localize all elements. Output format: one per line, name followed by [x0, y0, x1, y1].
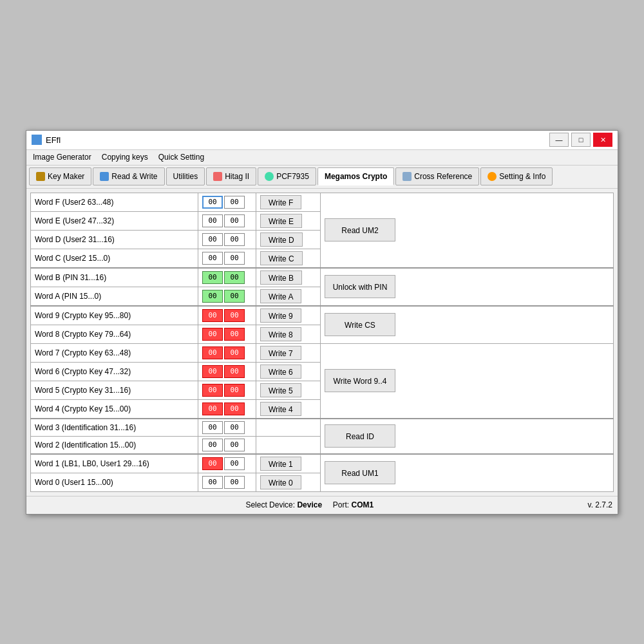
tab-read-write[interactable]: Read & Write	[93, 167, 164, 185]
word-f-label: Word F (User2 63...48)	[31, 193, 198, 211]
word-a-input1[interactable]	[202, 290, 223, 303]
word-f-input1[interactable]	[202, 196, 223, 209]
menu-image-generator[interactable]: Image Generator	[29, 151, 95, 163]
word-8-label: Word 8 (Crypto Key 79...64)	[31, 325, 198, 343]
write-d-button[interactable]: Write D	[260, 232, 303, 247]
write-9-button[interactable]: Write 9	[260, 308, 301, 323]
word-c-input2[interactable]	[224, 252, 245, 265]
word-c-input1[interactable]	[202, 252, 223, 265]
tab-utilities[interactable]: Utilities	[166, 167, 205, 185]
app-icon	[32, 135, 42, 145]
word-5-input1[interactable]	[202, 384, 223, 397]
word-7-input1[interactable]	[202, 346, 223, 359]
word-8-input2[interactable]	[224, 328, 245, 341]
write-f-button[interactable]: Write F	[260, 195, 301, 209]
word-9-input1[interactable]	[202, 309, 223, 322]
write-4-button[interactable]: Write 4	[260, 402, 301, 416]
word-3-input1[interactable]	[202, 421, 223, 434]
read-um2-button[interactable]: Read UM2	[325, 218, 395, 242]
close-button[interactable]: ✕	[593, 133, 612, 147]
word-4-label: Word 4 (Crypto Key 15...00)	[31, 399, 198, 419]
word-1-input1[interactable]	[202, 457, 223, 470]
pcf-icon	[265, 172, 274, 181]
word-a-label: Word A (PIN 15...0)	[31, 287, 198, 306]
write-cs-button[interactable]: Write CS	[325, 313, 395, 336]
word-3-input2[interactable]	[224, 421, 245, 434]
menu-bar: Image Generator Copying keys Quick Setti…	[26, 150, 618, 166]
tab-cross-reference[interactable]: Cross Reference	[395, 167, 479, 185]
word-f-inputs	[198, 193, 256, 211]
word-e-input1[interactable]	[202, 214, 223, 227]
tab-setting-info[interactable]: Setting & Info	[480, 167, 553, 185]
word-e-input2[interactable]	[224, 214, 245, 227]
word-6-input1[interactable]	[202, 365, 223, 378]
word-4-input1[interactable]	[202, 402, 223, 415]
table-row: Word B (PIN 31...16) Write B Unlock with…	[31, 268, 614, 287]
main-content: Word F (User2 63...48) Write F Read UM2	[26, 189, 618, 496]
menu-quick-setting[interactable]: Quick Setting	[155, 151, 208, 163]
version-label: v. 2.7.2	[588, 500, 612, 509]
readwrite-icon	[100, 172, 109, 181]
cross-icon	[402, 172, 412, 181]
read-id-button[interactable]: Read ID	[325, 424, 395, 448]
word-5-input2[interactable]	[224, 384, 245, 397]
word-e-label: Word E (User2 47...32)	[31, 211, 198, 230]
word-7-input2[interactable]	[224, 346, 245, 359]
hitag-icon	[213, 172, 222, 181]
write-7-button[interactable]: Write 7	[260, 346, 301, 360]
word-0-input2[interactable]	[224, 476, 245, 489]
word-0-label: Word 0 (User1 15...00)	[31, 473, 198, 491]
minimize-button[interactable]: —	[549, 133, 569, 147]
word-b-input1[interactable]	[202, 271, 223, 284]
word-b-label: Word B (PIN 31...16)	[31, 268, 198, 287]
word-5-label: Word 5 (Crypto Key 31...16)	[31, 381, 198, 399]
word-f-pair	[202, 196, 252, 209]
tab-key-maker[interactable]: Key Maker	[29, 167, 91, 185]
word-9-input2[interactable]	[224, 309, 245, 322]
write-a-button[interactable]: Write A	[260, 289, 301, 303]
write-0-button[interactable]: Write 0	[260, 475, 301, 489]
read-um2-cell: Read UM2	[321, 193, 614, 268]
word-4-input2[interactable]	[224, 402, 245, 415]
word-d-input1[interactable]	[202, 233, 223, 246]
unlock-pin-cell: Unlock with PIN	[321, 268, 614, 306]
toolbar: Key Maker Read & Write Utilities Hitag I…	[26, 166, 618, 189]
word-1-input2[interactable]	[224, 457, 245, 470]
word-f-write-cell: Write F	[256, 193, 321, 211]
title-bar: EFfl — □ ✕	[26, 131, 618, 150]
write-5-button[interactable]: Write 5	[260, 383, 301, 397]
window-title: EFfl	[46, 135, 61, 145]
word-f-input2[interactable]	[224, 196, 245, 209]
word-8-input1[interactable]	[202, 328, 223, 341]
read-um1-button[interactable]: Read UM1	[325, 461, 395, 484]
word-3-label: Word 3 (Identification 31...16)	[31, 419, 198, 437]
word-b-input2[interactable]	[224, 271, 245, 284]
write-e-button[interactable]: Write E	[260, 214, 302, 228]
word-1-label: Word 1 (LB1, LB0, User1 29...16)	[31, 454, 198, 473]
word-2-input2[interactable]	[224, 439, 245, 451]
menu-copying-keys[interactable]: Copying keys	[98, 151, 152, 163]
write-6-button[interactable]: Write 6	[260, 365, 301, 379]
tab-hitag2[interactable]: Hitag II	[206, 167, 256, 185]
word-d-input2[interactable]	[224, 233, 245, 246]
word-6-input2[interactable]	[224, 365, 245, 378]
setting-icon	[488, 172, 497, 181]
tab-megamos-crypto[interactable]: Megamos Crypto	[317, 167, 394, 185]
unlock-with-pin-button[interactable]: Unlock with PIN	[325, 275, 395, 298]
word-0-input1[interactable]	[202, 476, 223, 489]
write-1-button[interactable]: Write 1	[260, 457, 301, 471]
write-c-button[interactable]: Write C	[260, 251, 303, 265]
word-2-input1[interactable]	[202, 439, 223, 451]
table-row: Word 1 (LB1, LB0, User1 29...16) Write 1…	[31, 454, 614, 473]
maximize-button[interactable]: □	[571, 133, 591, 147]
status-bar: Select Device: Device Port: COM1 v. 2.7.…	[26, 496, 618, 514]
data-table: Word F (User2 63...48) Write F Read UM2	[30, 193, 614, 492]
table-row: Word 7 (Crypto Key 63...48) Write 7 Writ…	[31, 343, 614, 362]
write-b-button[interactable]: Write B	[260, 270, 302, 285]
write-8-button[interactable]: Write 8	[260, 327, 301, 341]
word-c-label: Word C (User2 15...0)	[31, 249, 198, 268]
tab-pcf7935[interactable]: PCF7935	[258, 167, 316, 185]
word-7-label: Word 7 (Crypto Key 63...48)	[31, 343, 198, 362]
word-a-input2[interactable]	[224, 290, 245, 303]
write-word-94-button[interactable]: Write Word 9..4	[325, 369, 395, 392]
